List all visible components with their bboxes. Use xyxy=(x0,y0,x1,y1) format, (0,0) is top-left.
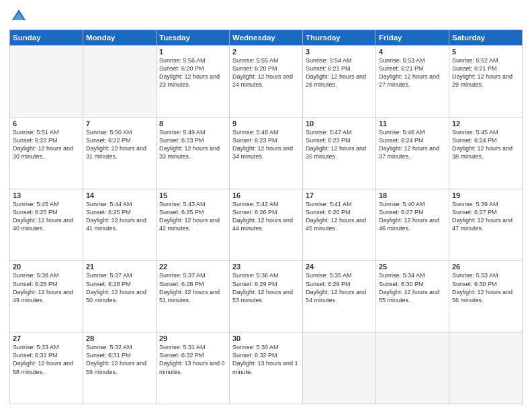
calendar-header-row: SundayMondayTuesdayWednesdayThursdayFrid… xyxy=(10,30,523,46)
day-number: 16 xyxy=(232,191,300,199)
calendar-cell: 18Sunrise: 5:40 AM Sunset: 6:27 PM Dayli… xyxy=(376,189,449,261)
calendar-week-2: 13Sunrise: 5:45 AM Sunset: 6:25 PM Dayli… xyxy=(10,189,523,261)
day-detail: Sunrise: 5:33 AM Sunset: 6:30 PM Dayligh… xyxy=(452,271,519,304)
day-detail: Sunrise: 5:49 AM Sunset: 6:23 PM Dayligh… xyxy=(159,128,226,161)
calendar-cell: 29Sunrise: 5:31 AM Sunset: 6:32 PM Dayli… xyxy=(157,332,230,404)
day-number: 7 xyxy=(86,120,153,128)
calendar-cell xyxy=(449,332,523,404)
day-number: 26 xyxy=(452,263,519,271)
calendar-cell: 21Sunrise: 5:37 AM Sunset: 6:28 PM Dayli… xyxy=(83,261,157,332)
day-detail: Sunrise: 5:52 AM Sunset: 6:21 PM Dayligh… xyxy=(452,56,519,89)
day-number: 6 xyxy=(13,120,80,128)
day-detail: Sunrise: 5:37 AM Sunset: 6:28 PM Dayligh… xyxy=(159,271,226,304)
day-number: 5 xyxy=(452,48,519,56)
day-detail: Sunrise: 5:46 AM Sunset: 6:24 PM Dayligh… xyxy=(379,128,446,161)
calendar-cell: 12Sunrise: 5:45 AM Sunset: 6:24 PM Dayli… xyxy=(449,117,523,189)
day-detail: Sunrise: 5:43 AM Sunset: 6:25 PM Dayligh… xyxy=(159,200,226,233)
day-header-tuesday: Tuesday xyxy=(157,30,230,46)
day-detail: Sunrise: 5:54 AM Sunset: 6:21 PM Dayligh… xyxy=(306,56,373,89)
header xyxy=(9,7,523,26)
day-number: 4 xyxy=(379,48,446,56)
day-number: 20 xyxy=(13,263,80,271)
calendar-cell: 5Sunrise: 5:52 AM Sunset: 6:21 PM Daylig… xyxy=(449,46,523,118)
calendar-week-4: 27Sunrise: 5:33 AM Sunset: 6:31 PM Dayli… xyxy=(10,332,523,404)
day-header-saturday: Saturday xyxy=(449,30,523,46)
day-detail: Sunrise: 5:45 AM Sunset: 6:24 PM Dayligh… xyxy=(452,128,519,161)
day-number: 21 xyxy=(86,263,153,271)
day-detail: Sunrise: 5:34 AM Sunset: 6:30 PM Dayligh… xyxy=(379,271,446,304)
day-number: 24 xyxy=(306,263,373,271)
calendar-cell: 3Sunrise: 5:54 AM Sunset: 6:21 PM Daylig… xyxy=(303,46,376,118)
calendar-cell: 28Sunrise: 5:32 AM Sunset: 6:31 PM Dayli… xyxy=(83,332,157,404)
day-number: 19 xyxy=(452,191,519,199)
day-detail: Sunrise: 5:45 AM Sunset: 6:25 PM Dayligh… xyxy=(13,200,80,233)
logo xyxy=(9,7,30,26)
calendar-week-0: 1Sunrise: 5:56 AM Sunset: 6:20 PM Daylig… xyxy=(10,46,523,118)
day-header-thursday: Thursday xyxy=(303,30,376,46)
day-number: 9 xyxy=(232,120,300,128)
day-detail: Sunrise: 5:41 AM Sunset: 6:26 PM Dayligh… xyxy=(306,200,373,233)
day-detail: Sunrise: 5:36 AM Sunset: 6:29 PM Dayligh… xyxy=(232,271,300,304)
day-detail: Sunrise: 5:53 AM Sunset: 6:21 PM Dayligh… xyxy=(379,56,446,89)
calendar-cell: 4Sunrise: 5:53 AM Sunset: 6:21 PM Daylig… xyxy=(376,46,449,118)
day-number: 23 xyxy=(232,263,300,271)
calendar-cell xyxy=(303,332,376,404)
calendar-cell: 1Sunrise: 5:56 AM Sunset: 6:20 PM Daylig… xyxy=(157,46,230,118)
calendar-cell: 6Sunrise: 5:51 AM Sunset: 6:22 PM Daylig… xyxy=(10,117,83,189)
day-number: 29 xyxy=(159,334,226,342)
day-number: 1 xyxy=(159,48,226,56)
day-detail: Sunrise: 5:40 AM Sunset: 6:27 PM Dayligh… xyxy=(379,200,446,233)
calendar-cell: 27Sunrise: 5:33 AM Sunset: 6:31 PM Dayli… xyxy=(10,332,83,404)
day-number: 25 xyxy=(379,263,446,271)
day-detail: Sunrise: 5:39 AM Sunset: 6:27 PM Dayligh… xyxy=(452,200,519,233)
day-number: 22 xyxy=(159,263,226,271)
calendar-cell: 17Sunrise: 5:41 AM Sunset: 6:26 PM Dayli… xyxy=(303,189,376,261)
calendar-cell: 8Sunrise: 5:49 AM Sunset: 6:23 PM Daylig… xyxy=(157,117,230,189)
calendar-cell: 15Sunrise: 5:43 AM Sunset: 6:25 PM Dayli… xyxy=(157,189,230,261)
calendar-cell: 10Sunrise: 5:47 AM Sunset: 6:23 PM Dayli… xyxy=(303,117,376,189)
calendar-cell: 24Sunrise: 5:35 AM Sunset: 6:29 PM Dayli… xyxy=(303,261,376,332)
day-detail: Sunrise: 5:50 AM Sunset: 6:22 PM Dayligh… xyxy=(86,128,153,161)
day-number: 3 xyxy=(306,48,373,56)
day-number: 18 xyxy=(379,191,446,199)
calendar-cell: 19Sunrise: 5:39 AM Sunset: 6:27 PM Dayli… xyxy=(449,189,523,261)
logo-icon xyxy=(9,7,28,26)
day-detail: Sunrise: 5:38 AM Sunset: 6:28 PM Dayligh… xyxy=(13,271,80,304)
calendar-cell xyxy=(10,46,83,118)
day-number: 17 xyxy=(306,191,373,199)
day-detail: Sunrise: 5:48 AM Sunset: 6:23 PM Dayligh… xyxy=(232,128,300,161)
day-number: 12 xyxy=(452,120,519,128)
calendar-cell: 30Sunrise: 5:30 AM Sunset: 6:32 PM Dayli… xyxy=(230,332,303,404)
calendar-cell: 26Sunrise: 5:33 AM Sunset: 6:30 PM Dayli… xyxy=(449,261,523,332)
calendar-cell: 16Sunrise: 5:42 AM Sunset: 6:26 PM Dayli… xyxy=(230,189,303,261)
day-detail: Sunrise: 5:56 AM Sunset: 6:20 PM Dayligh… xyxy=(159,56,226,89)
day-number: 15 xyxy=(159,191,226,199)
day-detail: Sunrise: 5:42 AM Sunset: 6:26 PM Dayligh… xyxy=(232,200,300,233)
day-detail: Sunrise: 5:35 AM Sunset: 6:29 PM Dayligh… xyxy=(306,271,373,304)
calendar-cell: 7Sunrise: 5:50 AM Sunset: 6:22 PM Daylig… xyxy=(83,117,157,189)
day-detail: Sunrise: 5:32 AM Sunset: 6:31 PM Dayligh… xyxy=(86,343,153,376)
calendar-cell: 9Sunrise: 5:48 AM Sunset: 6:23 PM Daylig… xyxy=(230,117,303,189)
calendar-cell: 2Sunrise: 5:55 AM Sunset: 6:20 PM Daylig… xyxy=(230,46,303,118)
day-number: 11 xyxy=(379,120,446,128)
day-number: 30 xyxy=(232,334,300,342)
day-detail: Sunrise: 5:47 AM Sunset: 6:23 PM Dayligh… xyxy=(306,128,373,161)
day-number: 8 xyxy=(159,120,226,128)
day-detail: Sunrise: 5:33 AM Sunset: 6:31 PM Dayligh… xyxy=(13,343,80,376)
day-header-friday: Friday xyxy=(376,30,449,46)
calendar-cell: 23Sunrise: 5:36 AM Sunset: 6:29 PM Dayli… xyxy=(230,261,303,332)
page: SundayMondayTuesdayWednesdayThursdayFrid… xyxy=(0,0,532,411)
day-detail: Sunrise: 5:44 AM Sunset: 6:25 PM Dayligh… xyxy=(86,200,153,233)
day-detail: Sunrise: 5:30 AM Sunset: 6:32 PM Dayligh… xyxy=(232,343,300,376)
day-number: 14 xyxy=(86,191,153,199)
calendar-cell: 14Sunrise: 5:44 AM Sunset: 6:25 PM Dayli… xyxy=(83,189,157,261)
day-number: 28 xyxy=(86,334,153,342)
calendar-week-3: 20Sunrise: 5:38 AM Sunset: 6:28 PM Dayli… xyxy=(10,261,523,332)
calendar-cell: 22Sunrise: 5:37 AM Sunset: 6:28 PM Dayli… xyxy=(157,261,230,332)
day-detail: Sunrise: 5:37 AM Sunset: 6:28 PM Dayligh… xyxy=(86,271,153,304)
day-header-monday: Monday xyxy=(83,30,157,46)
calendar-week-1: 6Sunrise: 5:51 AM Sunset: 6:22 PM Daylig… xyxy=(10,117,523,189)
calendar-cell: 11Sunrise: 5:46 AM Sunset: 6:24 PM Dayli… xyxy=(376,117,449,189)
day-number: 2 xyxy=(232,48,300,56)
day-number: 13 xyxy=(13,191,80,199)
